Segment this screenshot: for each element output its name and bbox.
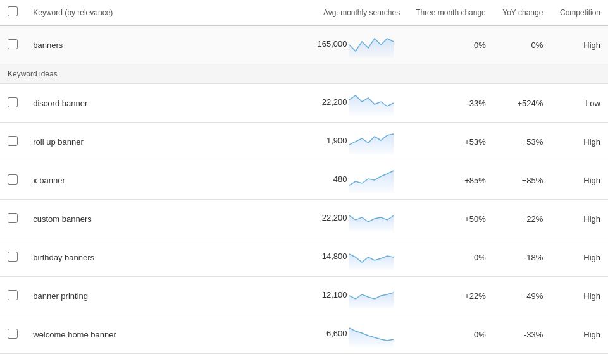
row-keyword-5: banner printing — [25, 277, 306, 315]
row-competition-4: High — [550, 238, 608, 277]
row-competition-7: High — [550, 354, 608, 365]
row-avg-3: 22,200 — [306, 200, 407, 238]
row-three-0: -33% — [407, 84, 493, 123]
table-row: birthday banners 14,800 0% -18% High — [0, 238, 608, 277]
table-row: banner printing 12,100 +22% +49% High — [0, 277, 608, 315]
main-avg-searches: 165,000 — [306, 25, 407, 64]
row-keyword-0: discord banner — [25, 84, 306, 123]
row-competition-2: High — [550, 161, 608, 200]
col-keyword-header: Keyword (by relevance) — [25, 0, 306, 25]
table-row: x banner 480 +85% +85% High — [0, 161, 608, 200]
row-keyword-3: custom banners — [25, 200, 306, 238]
main-sparkline — [349, 32, 400, 58]
sparkline-3 — [349, 206, 400, 231]
row-avg-7: 8,100 — [306, 354, 407, 365]
row-checkbox-3[interactable] — [8, 213, 18, 223]
row-keyword-6: welcome home banner — [25, 315, 306, 354]
row-yoy-2: +85% — [493, 161, 551, 200]
main-row-checkbox-cell — [0, 25, 25, 64]
row-avg-6: 6,600 — [306, 315, 407, 354]
row-avg-1: 1,900 — [306, 123, 407, 161]
row-three-7: +50% — [407, 354, 493, 365]
sparkline-6 — [349, 322, 400, 347]
row-yoy-6: -33% — [493, 315, 551, 354]
row-yoy-5: +49% — [493, 277, 551, 315]
sparkline-7 — [349, 360, 400, 364]
sparkline-2 — [349, 167, 400, 193]
row-competition-1: High — [550, 123, 608, 161]
main-yoy: 0% — [493, 25, 551, 64]
row-avg-5: 12,100 — [306, 277, 407, 315]
main-keyword: banners — [25, 25, 306, 64]
sparkline-0 — [349, 90, 400, 116]
row-competition-6: High — [550, 315, 608, 354]
col-three-month-header: Three month change — [407, 0, 493, 25]
col-competition-header: Competition — [550, 0, 608, 25]
main-keyword-row: banners 165,000 0% 0% High — [0, 25, 608, 64]
row-competition-3: High — [550, 200, 608, 238]
sparkline-5 — [349, 283, 400, 308]
row-checkbox-4[interactable] — [8, 252, 18, 262]
row-yoy-3: +22% — [493, 200, 551, 238]
col-yoy-header: YoY change — [493, 0, 551, 25]
row-three-4: 0% — [407, 238, 493, 277]
row-avg-0: 22,200 — [306, 84, 407, 123]
row-yoy-0: +524% — [493, 84, 551, 123]
row-three-2: +85% — [407, 161, 493, 200]
main-competition: High — [550, 25, 608, 64]
table-row: standing banner 8,100 +50% +50% High — [0, 354, 608, 365]
row-three-6: 0% — [407, 315, 493, 354]
col-avg-header: Avg. monthly searches — [306, 0, 407, 25]
sparkline-4 — [349, 245, 400, 270]
row-checkbox-0[interactable] — [8, 97, 18, 107]
row-checkbox-6[interactable] — [8, 329, 18, 339]
main-row-checkbox[interactable] — [8, 39, 18, 49]
row-checkbox-1[interactable] — [8, 136, 18, 146]
row-avg-4: 14,800 — [306, 238, 407, 277]
select-all-header — [0, 0, 25, 25]
row-keyword-1: roll up banner — [25, 123, 306, 161]
select-all-checkbox[interactable] — [8, 6, 18, 16]
row-checkbox-5[interactable] — [8, 290, 18, 300]
table-row: discord banner 22,200 -33% +524% Low — [0, 84, 608, 123]
row-yoy-7: +50% — [493, 354, 551, 365]
row-three-3: +50% — [407, 200, 493, 238]
table-row: custom banners 22,200 +50% +22% High — [0, 200, 608, 238]
row-competition-5: High — [550, 277, 608, 315]
table-row: roll up banner 1,900 +53% +53% High — [0, 123, 608, 161]
row-checkbox-2[interactable] — [8, 174, 18, 185]
table-row: welcome home banner 6,600 0% -33% High — [0, 315, 608, 354]
row-three-5: +22% — [407, 277, 493, 315]
section-header-label: Keyword ideas — [0, 64, 608, 84]
row-avg-2: 480 — [306, 161, 407, 200]
row-yoy-1: +53% — [493, 123, 551, 161]
main-three-month: 0% — [407, 25, 493, 64]
row-keyword-2: x banner — [25, 161, 306, 200]
row-keyword-4: birthday banners — [25, 238, 306, 277]
section-header-row: Keyword ideas — [0, 64, 608, 84]
row-keyword-7: standing banner — [25, 354, 306, 365]
sparkline-1 — [349, 129, 400, 154]
row-competition-0: Low — [550, 84, 608, 123]
row-three-1: +53% — [407, 123, 493, 161]
row-yoy-4: -18% — [493, 238, 551, 277]
